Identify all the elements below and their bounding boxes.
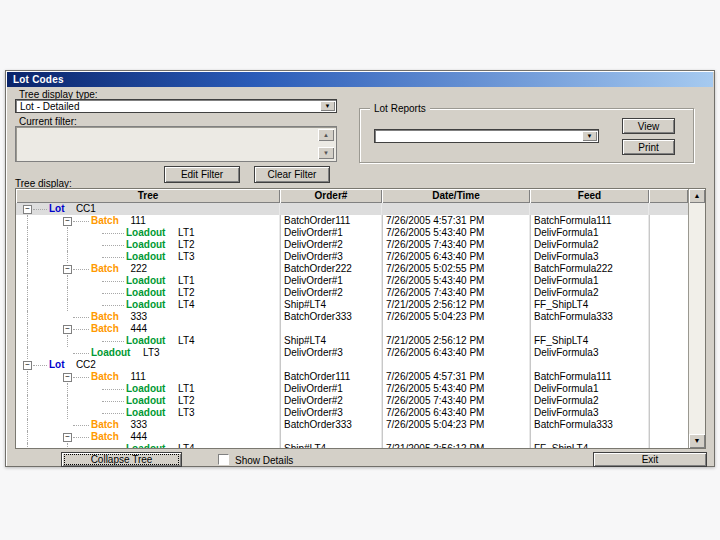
print-button[interactable]: Print bbox=[622, 139, 675, 155]
tree-expand-icon[interactable]: − bbox=[63, 373, 72, 382]
tree-connector bbox=[102, 257, 124, 258]
order-cell: Ship#LT4 bbox=[280, 443, 382, 448]
tree-row[interactable]: LoadoutLT3DelivOrder#37/26/2005 6:43:40 … bbox=[16, 407, 688, 419]
tree-row[interactable]: LoadoutLT4Ship#LT47/21/2005 2:56:12 PMFF… bbox=[16, 443, 688, 448]
collapse-tree-button[interactable]: Collapse Tree bbox=[61, 452, 182, 467]
feed-cell: BatchFormula222 bbox=[530, 263, 649, 275]
scroll-down-icon[interactable]: ▼ bbox=[318, 147, 334, 159]
edit-filter-button[interactable]: Edit Filter bbox=[164, 166, 240, 183]
scroll-up-icon[interactable]: ▲ bbox=[318, 129, 334, 141]
datetime-cell: 7/26/2005 7:43:40 PM bbox=[382, 287, 530, 299]
order-cell: DelivOrder#2 bbox=[280, 287, 382, 299]
tree-row[interactable]: LoadoutLT3DelivOrder#37/26/2005 6:43:40 … bbox=[16, 347, 688, 359]
feed-cell: FF_ShipLT4 bbox=[530, 299, 649, 311]
tree-guide-line bbox=[27, 443, 28, 448]
tree-cell: −Batch111 bbox=[16, 215, 280, 227]
show-details-checkbox[interactable] bbox=[218, 454, 229, 465]
column-header-tree[interactable]: Tree bbox=[16, 189, 280, 203]
column-header-datetime[interactable]: Date/Time bbox=[382, 189, 530, 203]
current-filter-textarea[interactable]: ▲ ▼ bbox=[15, 126, 337, 162]
tree-connector bbox=[73, 437, 89, 438]
scroll-up-icon[interactable]: ▲ bbox=[689, 189, 705, 203]
tree-guide-line bbox=[67, 335, 68, 347]
window-title: Lot Codes bbox=[13, 74, 64, 85]
tree-row[interactable]: −Batch111BatchOrder1117/26/2005 4:57:31 … bbox=[16, 371, 688, 383]
tree-display-type-select[interactable]: Lot - Detailed ▼ bbox=[15, 99, 337, 113]
grid-vertical-scrollbar[interactable]: ▲ ▼ bbox=[688, 189, 705, 448]
column-header-feed[interactable]: Feed bbox=[530, 189, 649, 203]
tree-connector bbox=[73, 269, 89, 270]
tree-node-name: LT3 bbox=[143, 347, 160, 359]
tree-node-name: CC1 bbox=[76, 203, 96, 215]
order-cell: DelivOrder#3 bbox=[280, 407, 382, 419]
tree-connector bbox=[102, 413, 124, 414]
tree-guide-line bbox=[67, 287, 68, 299]
tree-cell: LoadoutLT1 bbox=[16, 227, 280, 239]
tree-row[interactable]: LoadoutLT2DelivOrder#27/26/2005 7:43:40 … bbox=[16, 287, 688, 299]
lot-reports-select[interactable]: ▼ bbox=[374, 129, 599, 143]
datetime-cell: 7/26/2005 5:43:40 PM bbox=[382, 383, 530, 395]
order-cell: DelivOrder#1 bbox=[280, 383, 382, 395]
tree-expand-icon[interactable]: − bbox=[63, 433, 72, 442]
tree-guide-line bbox=[67, 383, 68, 395]
tree-row[interactable]: −LotCC1 bbox=[16, 203, 688, 215]
tree-row[interactable]: Batch333BatchOrder3337/26/2005 5:04:23 P… bbox=[16, 419, 688, 431]
tree-node-type: Batch bbox=[91, 311, 119, 323]
tree-expand-icon[interactable]: − bbox=[23, 361, 32, 370]
datetime-cell bbox=[382, 431, 530, 443]
tree-expand-icon[interactable]: − bbox=[63, 325, 72, 334]
feed-cell: DelivFormula2 bbox=[530, 239, 649, 251]
datetime-cell: 7/21/2005 2:56:12 PM bbox=[382, 443, 530, 448]
lot-codes-window: Lot Codes Tree display type: Lot - Detai… bbox=[5, 70, 715, 467]
tree-expand-icon[interactable]: − bbox=[63, 265, 72, 274]
feed-cell: BatchFormula333 bbox=[530, 419, 649, 431]
tree-node-name: 333 bbox=[131, 419, 148, 431]
order-cell: BatchOrder111 bbox=[280, 215, 382, 227]
tree-node-type: Loadout bbox=[126, 227, 165, 239]
order-cell: BatchOrder333 bbox=[280, 419, 382, 431]
datetime-cell: 7/26/2005 6:43:40 PM bbox=[382, 251, 530, 263]
exit-button[interactable]: Exit bbox=[593, 452, 707, 467]
order-cell: DelivOrder#2 bbox=[280, 395, 382, 407]
tree-guide-line bbox=[27, 371, 28, 383]
tree-connector bbox=[102, 401, 124, 402]
column-header-order[interactable]: Order# bbox=[280, 189, 382, 203]
tree-connector bbox=[73, 221, 89, 222]
feed-cell: DelivFormula2 bbox=[530, 287, 649, 299]
title-bar: Lot Codes bbox=[7, 72, 713, 87]
chevron-down-icon[interactable]: ▼ bbox=[582, 131, 597, 141]
tree-row[interactable]: LoadoutLT4Ship#LT47/21/2005 2:56:12 PMFF… bbox=[16, 299, 688, 311]
tree-row[interactable]: LoadoutLT2DelivOrder#27/26/2005 7:43:40 … bbox=[16, 395, 688, 407]
tree-row[interactable]: −LotCC2 bbox=[16, 359, 688, 371]
order-cell: DelivOrder#2 bbox=[280, 239, 382, 251]
tree-row[interactable]: LoadoutLT4Ship#LT47/21/2005 2:56:12 PMFF… bbox=[16, 335, 688, 347]
tree-connector bbox=[73, 353, 89, 354]
order-cell: DelivOrder#3 bbox=[280, 251, 382, 263]
datetime-cell: 7/21/2005 2:56:12 PM bbox=[382, 335, 530, 347]
tree-row[interactable]: −Batch222BatchOrder2227/26/2005 5:02:55 … bbox=[16, 263, 688, 275]
clear-filter-button[interactable]: Clear Filter bbox=[254, 166, 330, 183]
chevron-down-icon[interactable]: ▼ bbox=[320, 101, 335, 111]
tree-expand-icon[interactable]: − bbox=[23, 205, 32, 214]
tree-cell: LoadoutLT2 bbox=[16, 287, 280, 299]
tree-guide-line bbox=[67, 299, 68, 311]
view-button[interactable]: View bbox=[622, 118, 675, 134]
tree-row[interactable]: LoadoutLT3DelivOrder#37/26/2005 6:43:40 … bbox=[16, 251, 688, 263]
tree-row[interactable]: −Batch444 bbox=[16, 323, 688, 335]
tree-row[interactable]: LoadoutLT1DelivOrder#17/26/2005 5:43:40 … bbox=[16, 275, 688, 287]
feed-cell bbox=[530, 431, 649, 443]
tree-row[interactable]: LoadoutLT1DelivOrder#17/26/2005 5:43:40 … bbox=[16, 227, 688, 239]
tree-node-type: Loadout bbox=[126, 335, 165, 347]
tree-connector bbox=[73, 317, 89, 318]
tree-row[interactable]: LoadoutLT1DelivOrder#17/26/2005 5:43:40 … bbox=[16, 383, 688, 395]
tree-row[interactable]: −Batch444 bbox=[16, 431, 688, 443]
tree-guide-line bbox=[27, 311, 28, 323]
tree-display-type-value: Lot - Detailed bbox=[20, 101, 79, 112]
order-cell: DelivOrder#1 bbox=[280, 227, 382, 239]
tree-guide-line bbox=[27, 287, 28, 299]
scroll-down-icon[interactable]: ▼ bbox=[689, 434, 705, 448]
tree-row[interactable]: −Batch111BatchOrder1117/26/2005 4:57:31 … bbox=[16, 215, 688, 227]
tree-row[interactable]: LoadoutLT2DelivOrder#27/26/2005 7:43:40 … bbox=[16, 239, 688, 251]
tree-row[interactable]: Batch333BatchOrder3337/26/2005 5:04:23 P… bbox=[16, 311, 688, 323]
tree-expand-icon[interactable]: − bbox=[63, 217, 72, 226]
